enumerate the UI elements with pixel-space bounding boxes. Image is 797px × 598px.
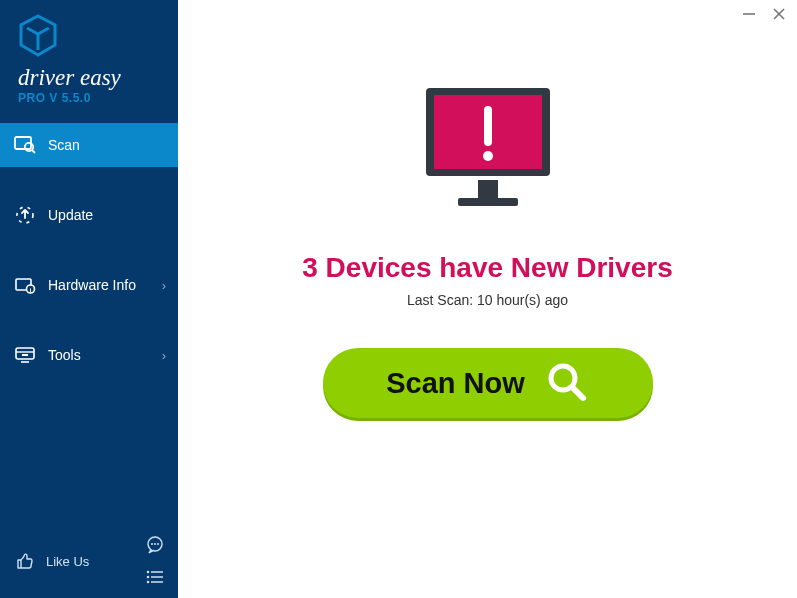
hardware-info-icon: i — [14, 274, 36, 296]
sidebar-item-label: Scan — [48, 137, 80, 153]
sidebar-item-label: Hardware Info — [48, 277, 136, 293]
svg-point-20 — [147, 571, 150, 574]
like-us-label[interactable]: Like Us — [46, 554, 89, 569]
alert-monitor-graphic — [408, 80, 568, 230]
app-logo-icon — [18, 14, 166, 62]
thumbs-up-icon — [14, 550, 36, 572]
sidebar-item-label: Tools — [48, 347, 81, 363]
close-button[interactable] — [771, 6, 787, 22]
svg-point-22 — [147, 576, 150, 579]
svg-rect-29 — [458, 198, 518, 206]
scan-now-button[interactable]: Scan Now — [323, 348, 653, 418]
sidebar-item-hardware-info[interactable]: i Hardware Info › — [0, 263, 178, 307]
tools-icon — [14, 344, 36, 366]
svg-point-17 — [151, 543, 153, 545]
footer-icons — [144, 534, 166, 588]
window-controls — [741, 6, 787, 22]
sidebar-item-label: Update — [48, 207, 93, 223]
sidebar-footer: Like Us — [0, 534, 178, 598]
scan-result-headline: 3 Devices have New Drivers — [302, 252, 672, 284]
magnifier-icon — [545, 360, 589, 407]
svg-point-24 — [147, 581, 150, 584]
svg-line-33 — [572, 387, 583, 398]
last-scan-text: Last Scan: 10 hour(s) ago — [407, 292, 568, 308]
menu-list-icon[interactable] — [144, 566, 166, 588]
scan-now-label: Scan Now — [386, 367, 525, 400]
sidebar-nav: Scan Update i — [0, 123, 178, 534]
version-label: PRO V 5.5.0 — [18, 91, 166, 105]
chevron-right-icon: › — [162, 348, 166, 363]
svg-point-18 — [154, 543, 156, 545]
main-panel: 3 Devices have New Drivers Last Scan: 10… — [178, 0, 797, 598]
svg-rect-14 — [22, 354, 28, 356]
feedback-icon[interactable] — [144, 534, 166, 556]
svg-line-7 — [32, 150, 35, 153]
sidebar-item-update[interactable]: Update — [0, 193, 178, 237]
sidebar-item-scan[interactable]: Scan — [0, 123, 178, 167]
svg-rect-28 — [478, 180, 498, 198]
update-icon — [14, 204, 36, 226]
app-window: driver easy PRO V 5.5.0 Scan — [0, 0, 797, 598]
scan-icon — [14, 134, 36, 156]
chevron-right-icon: › — [162, 278, 166, 293]
svg-rect-12 — [16, 348, 34, 359]
minimize-button[interactable] — [741, 6, 757, 22]
svg-point-19 — [157, 543, 159, 545]
svg-point-31 — [483, 151, 493, 161]
svg-point-6 — [25, 143, 33, 151]
logo-block: driver easy PRO V 5.5.0 — [0, 0, 178, 115]
brand-name: driver easy — [18, 66, 166, 89]
sidebar: driver easy PRO V 5.5.0 Scan — [0, 0, 178, 598]
sidebar-item-tools[interactable]: Tools › — [0, 333, 178, 377]
